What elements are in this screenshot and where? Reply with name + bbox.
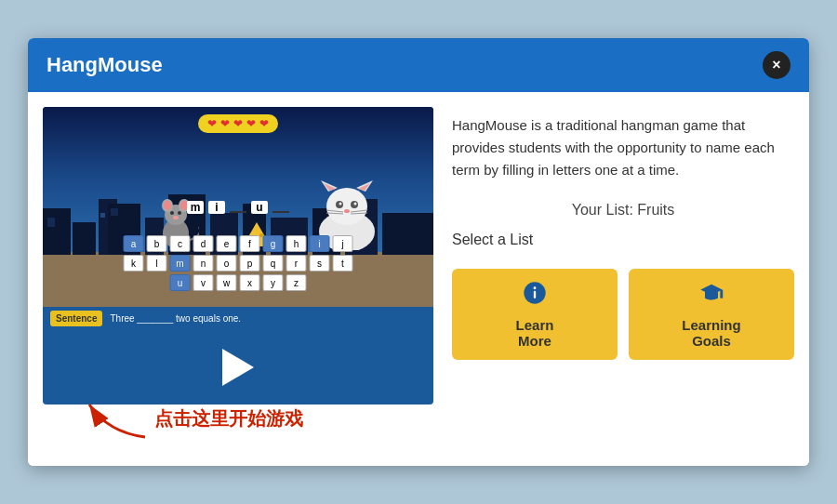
description-text: HangMouse is a traditional hangman game … xyxy=(452,114,794,181)
key-c[interactable]: c xyxy=(170,235,191,252)
modal: HangMouse × xyxy=(28,38,809,466)
letter-m: m xyxy=(187,201,204,214)
key-e[interactable]: e xyxy=(217,235,237,252)
select-list-label: Select a List xyxy=(452,232,794,248)
letter-i: i xyxy=(208,201,225,214)
svg-point-23 xyxy=(173,216,179,219)
svg-point-36 xyxy=(339,203,341,206)
play-icon xyxy=(222,349,254,386)
sentence-button[interactable]: Sentence xyxy=(50,311,102,326)
letter-blank-2 xyxy=(272,211,289,213)
keyboard-row-2: k l m n o p q r s t xyxy=(124,255,353,272)
modal-body: ❤ ❤ ❤ ❤ ❤ xyxy=(28,92,809,466)
modal-title: HangMouse xyxy=(46,53,163,77)
left-panel: ❤ ❤ ❤ ❤ ❤ xyxy=(43,107,433,451)
key-l[interactable]: l xyxy=(147,255,167,272)
svg-rect-45 xyxy=(534,291,536,298)
letter-u: u xyxy=(251,201,268,214)
key-t[interactable]: t xyxy=(333,255,353,272)
right-panel: HangMouse is a traditional hangman game … xyxy=(452,107,794,451)
game-preview: ❤ ❤ ❤ ❤ ❤ xyxy=(43,107,433,330)
key-w[interactable]: w xyxy=(217,274,237,291)
close-button[interactable]: × xyxy=(763,51,790,79)
key-v[interactable]: v xyxy=(193,274,214,291)
heart-4: ❤ xyxy=(246,117,256,130)
svg-point-21 xyxy=(170,211,174,215)
key-j[interactable]: j xyxy=(333,235,353,252)
learn-more-button[interactable]: LearnMore xyxy=(452,269,618,360)
key-h[interactable]: h xyxy=(286,235,307,252)
key-g[interactable]: g xyxy=(263,235,284,252)
heart-1: ❤ xyxy=(207,117,217,130)
heart-5: ❤ xyxy=(259,117,269,130)
key-k[interactable]: k xyxy=(124,255,144,272)
modal-overlay: HangMouse × xyxy=(0,0,837,504)
svg-point-19 xyxy=(164,201,171,210)
key-x[interactable]: x xyxy=(240,274,260,291)
learning-goals-button[interactable]: LearningGoals xyxy=(629,269,794,360)
sentence-bar: Sentence Three _______ two equals one. xyxy=(43,307,433,330)
svg-rect-2 xyxy=(73,222,96,255)
close-icon: × xyxy=(772,57,780,73)
svg-rect-48 xyxy=(720,290,723,298)
key-b[interactable]: b xyxy=(147,235,167,252)
video-panel[interactable] xyxy=(43,330,433,405)
keyboard-row-3: u v w x y z xyxy=(170,274,307,291)
svg-point-29 xyxy=(326,188,367,225)
score-bar: ❤ ❤ ❤ ❤ ❤ xyxy=(198,114,278,133)
info-icon xyxy=(522,280,548,312)
key-f[interactable]: f xyxy=(240,235,260,252)
modal-header: HangMouse × xyxy=(28,38,809,92)
svg-point-22 xyxy=(178,211,181,215)
letter-blank-1 xyxy=(230,211,246,213)
key-u[interactable]: u xyxy=(170,274,191,291)
annotation-text: 点击这里开始游戏 xyxy=(154,406,303,431)
svg-point-37 xyxy=(353,203,356,206)
game-preview-inner: ❤ ❤ ❤ ❤ ❤ xyxy=(43,107,433,330)
key-q[interactable]: q xyxy=(263,255,284,272)
svg-rect-4 xyxy=(100,213,105,218)
annotation-wrapper: 点击这里开始游戏 xyxy=(43,405,433,451)
svg-point-46 xyxy=(534,286,537,289)
svg-rect-0 xyxy=(43,208,71,255)
key-a[interactable]: a xyxy=(124,235,144,252)
svg-point-38 xyxy=(344,209,350,213)
list-info: Your List: Fruits xyxy=(452,202,794,219)
key-m[interactable]: m xyxy=(170,255,191,272)
learning-goals-label: LearningGoals xyxy=(682,317,740,349)
key-y[interactable]: y xyxy=(263,274,284,291)
sentence-text: Three _______ two equals one. xyxy=(110,313,241,324)
key-o[interactable]: o xyxy=(217,255,237,272)
keyboard-area: a b c d e f g h i j xyxy=(124,235,353,291)
key-z[interactable]: z xyxy=(286,274,307,291)
svg-rect-1 xyxy=(47,218,55,227)
graduation-icon xyxy=(698,280,724,312)
key-p[interactable]: p xyxy=(240,255,260,272)
key-d[interactable]: d xyxy=(193,235,214,252)
key-s[interactable]: s xyxy=(310,255,330,272)
learn-more-label: LearnMore xyxy=(516,317,554,349)
svg-rect-14 xyxy=(382,213,433,255)
heart-3: ❤ xyxy=(233,117,243,130)
letter-blanks-area: m i u xyxy=(187,201,289,214)
key-n[interactable]: n xyxy=(193,255,214,272)
key-r[interactable]: r xyxy=(286,255,307,272)
svg-rect-6 xyxy=(111,208,118,216)
key-i[interactable]: i xyxy=(310,235,330,252)
video-wrapper: 点击这里开始游戏 xyxy=(43,330,433,451)
keyboard-row-1: a b c d e f g h i j xyxy=(124,235,353,252)
action-buttons: LearnMore LearningGoals xyxy=(452,269,794,360)
heart-2: ❤ xyxy=(220,117,230,130)
